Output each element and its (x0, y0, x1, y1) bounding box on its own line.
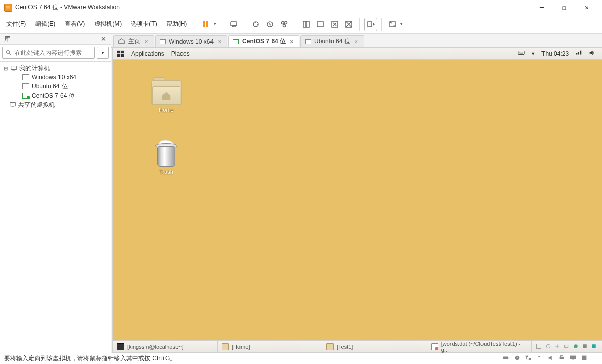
device-hdd-icon[interactable] (502, 354, 509, 363)
device-cd-icon[interactable] (514, 354, 521, 363)
gnome-applications[interactable]: Applications (131, 50, 164, 57)
titlebar: CentOS 7 64 位 - VMware Workstation ─ ☐ ✕ (0, 0, 602, 15)
task-terminal-label: [kingssm@localhost:~] (127, 344, 184, 350)
task-test1[interactable]: [Test1] (322, 341, 427, 352)
home-folder-icon (151, 80, 182, 105)
tree-vm-ubuntu[interactable]: Ubuntu 64 位 (0, 82, 111, 91)
tree-my-computer[interactable]: ⊟ 我的计算机 (0, 64, 111, 73)
tree-vm-windows[interactable]: Windows 10 x64 (0, 73, 111, 82)
task-home[interactable]: [Home] (218, 341, 322, 352)
gnome-clock[interactable]: Thu 04:23 (541, 50, 569, 57)
guest-display[interactable]: Applications Places ▼ Thu 04:23 (112, 48, 602, 353)
tray-icon[interactable] (554, 343, 560, 350)
pause-dropdown[interactable]: ▼ (213, 22, 217, 26)
tab-home-label: 主页 (128, 37, 140, 46)
menu-tabs[interactable]: 选项卡(T) (127, 18, 161, 31)
vm-icon (22, 74, 29, 80)
pause-button[interactable] (199, 18, 213, 31)
desktop-trash[interactable]: Trash (143, 141, 189, 175)
tray-icon[interactable] (582, 343, 588, 350)
device-floppy-icon[interactable] (581, 354, 588, 363)
snapshot-revert-button[interactable] (263, 18, 277, 31)
gnome-keyboard-dropdown[interactable]: ▼ (531, 51, 535, 56)
gnome-keyboard-icon[interactable] (518, 49, 525, 58)
library-close-button[interactable]: ✕ (100, 36, 107, 43)
snapshot-manager-button[interactable] (278, 18, 291, 31)
snapshot-button[interactable] (249, 18, 262, 31)
svg-rect-17 (11, 66, 17, 70)
svg-rect-24 (121, 54, 124, 56)
tab-close-icon[interactable]: × (353, 39, 359, 45)
tree-vm-centos-label: CentOS 7 64 位 (32, 92, 75, 100)
gnome-bottom-bar: [kingssm@localhost:~] [Home] [Test1] [wo… (113, 340, 602, 352)
maximize-button[interactable]: ☐ (553, 1, 576, 15)
tree-vm-ubuntu-label: Ubuntu 64 位 (32, 82, 68, 91)
svg-rect-31 (583, 344, 587, 348)
svg-rect-33 (503, 356, 509, 359)
tab-close-icon[interactable]: × (289, 39, 295, 45)
tray-icon[interactable] (573, 343, 579, 350)
view-fullscreen-button[interactable] (328, 18, 341, 31)
enter-vm-button[interactable] (364, 18, 377, 31)
svg-point-7 (285, 21, 287, 24)
device-network-icon[interactable] (525, 354, 532, 363)
task-gedit-label: [words.dat (~/CloudTest/Test1) - g... (441, 341, 527, 353)
view-single-button[interactable] (299, 18, 313, 31)
gnome-places[interactable]: Places (171, 50, 190, 57)
tab-close-icon[interactable]: × (143, 39, 149, 45)
tab-centos[interactable]: CentOS 7 64 位 × (228, 35, 299, 47)
vm-running-icon (233, 39, 239, 44)
minimize-button[interactable]: ─ (531, 1, 553, 15)
device-printer-icon[interactable] (558, 354, 565, 363)
device-usb-icon[interactable] (536, 354, 543, 363)
close-button[interactable]: ✕ (576, 1, 598, 15)
tab-home[interactable]: 主页 × (113, 35, 154, 47)
network-icon[interactable] (575, 49, 582, 58)
tray-icon[interactable] (536, 343, 542, 350)
search-input[interactable] (15, 49, 91, 56)
desktop-home-label: Home (159, 107, 173, 113)
send-ctrl-alt-del-button[interactable] (227, 18, 240, 31)
search-input-wrap[interactable] (2, 47, 95, 59)
svg-rect-25 (518, 51, 524, 55)
tab-close-icon[interactable]: × (217, 39, 223, 45)
task-terminal[interactable]: [kingssm@localhost:~] (113, 341, 218, 352)
stretch-dropdown[interactable]: ▼ (399, 22, 403, 26)
terminal-icon (117, 343, 124, 350)
vm-icon (160, 39, 166, 44)
tree-vm-centos[interactable]: CentOS 7 64 位 (0, 91, 111, 100)
device-display-icon[interactable] (569, 354, 577, 363)
tray-icon[interactable] (591, 343, 597, 350)
home-icon (118, 37, 125, 46)
svg-rect-1 (206, 21, 208, 27)
stretch-button[interactable] (386, 18, 399, 31)
menu-edit[interactable]: 编辑(E) (31, 18, 59, 31)
tray-icon[interactable] (545, 343, 551, 350)
task-gedit[interactable]: [words.dat (~/CloudTest/Test1) - g... (427, 341, 532, 352)
menu-file[interactable]: 文件(F) (2, 18, 30, 31)
menu-help[interactable]: 帮助(H) (162, 18, 191, 31)
svg-rect-0 (203, 21, 205, 27)
tab-ubuntu[interactable]: Ubuntu 64 位 × (300, 35, 364, 47)
volume-icon[interactable] (588, 49, 595, 58)
search-dropdown[interactable]: ▼ (97, 47, 109, 59)
svg-point-28 (546, 344, 550, 348)
menu-view[interactable]: 查看(V) (61, 18, 89, 31)
svg-rect-23 (117, 54, 120, 56)
gnome-desktop[interactable]: Home Trash (113, 60, 602, 340)
view-console-button[interactable] (314, 18, 327, 31)
library-title: 库 (4, 35, 10, 43)
tree-shared[interactable]: 共享的虚拟机 (0, 100, 111, 109)
vm-running-icon (22, 93, 29, 99)
tab-centos-label: CentOS 7 64 位 (242, 37, 286, 46)
tray-icon[interactable] (563, 343, 569, 350)
gnome-activities-icon[interactable] (117, 50, 124, 57)
tab-windows[interactable]: Windows 10 x64 × (155, 35, 227, 47)
menu-vm[interactable]: 虚拟机(M) (90, 18, 126, 31)
view-unity-button[interactable] (342, 18, 355, 31)
folder-icon (222, 343, 229, 350)
desktop-home-folder[interactable]: Home (143, 80, 189, 113)
desktop-trash-label: Trash (159, 169, 173, 175)
device-sound-icon[interactable] (547, 354, 554, 363)
svg-rect-22 (121, 50, 124, 53)
